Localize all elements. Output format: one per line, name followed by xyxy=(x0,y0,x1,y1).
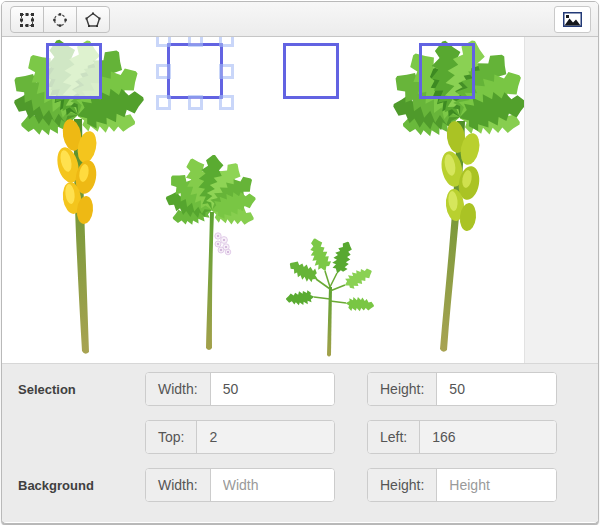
marquee-tool-group xyxy=(10,6,110,33)
selection-top-group: Top: xyxy=(145,420,335,454)
resize-handle-top-right[interactable] xyxy=(219,37,234,47)
background-width-group: Width: xyxy=(145,468,335,502)
selection-height-input[interactable] xyxy=(437,373,556,405)
background-width-input[interactable] xyxy=(211,469,334,501)
polygon-marquee-icon xyxy=(84,11,102,29)
workspace xyxy=(2,37,598,363)
resize-handle-top-center[interactable] xyxy=(188,37,203,47)
rect-marquee-icon xyxy=(18,11,36,29)
selection-width-group: Width: xyxy=(145,372,335,406)
selection-height-label: Height: xyxy=(368,373,437,405)
image-editor-widget: Selection Width: Height: Top: Left: Back… xyxy=(1,1,599,524)
selection-section-label: Selection xyxy=(2,382,145,397)
toolbar xyxy=(2,2,598,37)
background-section-label: Background xyxy=(2,478,145,493)
selection-left-input[interactable] xyxy=(420,421,556,453)
resize-handle-bottom-center[interactable] xyxy=(188,95,203,110)
papaya-fruit-cluster-yellow xyxy=(54,118,99,225)
selection-size-row: Selection Width: Height: xyxy=(2,372,598,406)
selection-rect-4[interactable] xyxy=(419,43,475,99)
papaya-tree-large-green-fruit xyxy=(386,59,525,361)
ellipse-marquee-button[interactable] xyxy=(43,6,77,33)
selection-width-input[interactable] xyxy=(211,373,334,405)
selection-rect-ghost[interactable] xyxy=(46,43,102,99)
resize-handle-top-left[interactable] xyxy=(156,37,171,47)
selection-rect-3[interactable] xyxy=(283,43,339,99)
selection-rect-active[interactable] xyxy=(167,43,223,99)
resize-handle-bottom-left[interactable] xyxy=(156,95,171,110)
resize-handle-middle-left[interactable] xyxy=(156,64,171,79)
properties-panel: Selection Width: Height: Top: Left: Back… xyxy=(2,363,598,522)
selection-width-label: Width: xyxy=(146,373,211,405)
papaya-tree-medium-flowering xyxy=(148,180,276,356)
background-height-group: Height: xyxy=(367,468,557,502)
background-width-label: Width: xyxy=(146,469,211,501)
papaya-tree-large-yellow-fruit xyxy=(2,55,152,361)
background-height-label: Height: xyxy=(368,469,437,501)
selection-left-group: Left: xyxy=(367,420,557,454)
papaya-seedling xyxy=(283,237,375,361)
background-height-input[interactable] xyxy=(437,469,556,501)
background-size-row: Background Width: Height: xyxy=(2,468,598,502)
polygon-marquee-button[interactable] xyxy=(76,6,110,33)
selection-top-input[interactable] xyxy=(197,421,334,453)
resize-handle-bottom-right[interactable] xyxy=(219,95,234,110)
rect-marquee-button[interactable] xyxy=(10,6,44,33)
image-button[interactable] xyxy=(554,6,591,33)
resize-handle-middle-right[interactable] xyxy=(219,64,234,79)
selection-height-group: Height: xyxy=(367,372,557,406)
selection-position-row: Top: Left: xyxy=(2,420,598,454)
image-icon xyxy=(563,12,582,27)
selection-left-label: Left: xyxy=(368,421,420,453)
papaya-fruit-cluster-green xyxy=(438,120,482,232)
canvas[interactable] xyxy=(2,37,525,363)
selection-top-label: Top: xyxy=(146,421,197,453)
ellipse-marquee-icon xyxy=(51,11,69,29)
